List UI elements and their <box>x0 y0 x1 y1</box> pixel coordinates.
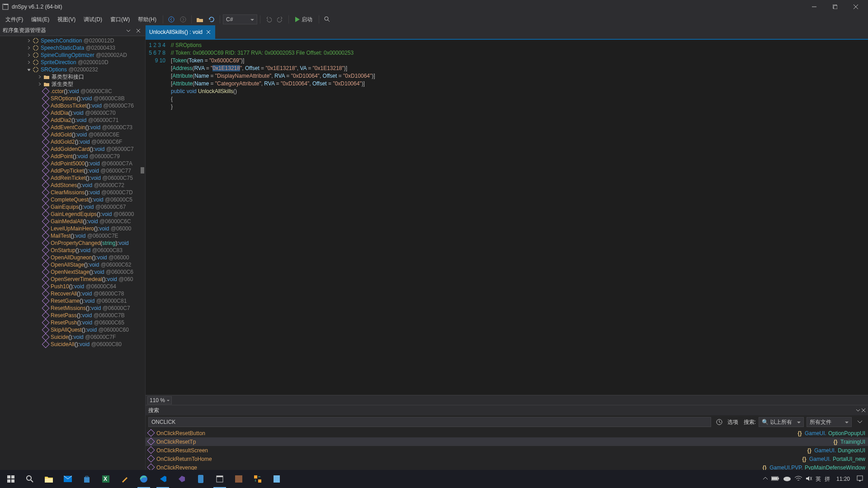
vs-icon[interactable] <box>173 470 191 488</box>
tree-method-item[interactable]: LevelUpMainHero() : void @06000 <box>0 225 145 232</box>
phone-icon[interactable] <box>192 470 210 488</box>
tree-method-item[interactable]: AddGold() : void @06000C6E <box>0 131 145 138</box>
tree-method-item[interactable]: OnPropertyChanged(string) : void <box>0 239 145 247</box>
open-icon[interactable] <box>195 14 205 24</box>
start-debug-button[interactable]: 启动 <box>292 14 316 24</box>
notes-icon[interactable] <box>268 470 286 488</box>
tree-class-item[interactable]: SpeechStaticData @02000433 <box>0 44 145 52</box>
menu-debug[interactable]: 调试(D) <box>80 15 106 24</box>
tree-method-item[interactable]: MailTest() : void @06000C7E <box>0 232 145 239</box>
undo-icon[interactable] <box>264 14 274 24</box>
menu-window[interactable]: 窗口(W) <box>107 15 133 24</box>
tree-method-item[interactable]: ResetPush() : void @06000C65 <box>0 319 145 326</box>
tree-method-item[interactable]: .cctor() : void @06000C8C <box>0 88 145 95</box>
tree-method-item[interactable]: CompleteQuest() : void @06000C5 <box>0 196 145 203</box>
language-combo[interactable]: C# <box>223 14 257 24</box>
panel-close-icon[interactable] <box>134 27 142 35</box>
tree-class-item[interactable]: SpineCullingOptimizer @020002AD <box>0 52 145 59</box>
tree-method-item[interactable]: AddPoint5000() : void @06000C7A <box>0 160 145 167</box>
tree-method-item[interactable]: SROptions() : void @06000C8B <box>0 95 145 102</box>
tree[interactable]: SpeechCondition @0200012D SpeechStaticDa… <box>0 36 145 482</box>
redo-icon[interactable] <box>275 14 285 24</box>
nav-back-icon[interactable] <box>166 14 176 24</box>
expand-icon[interactable] <box>26 45 32 51</box>
tree-method-item[interactable]: SkipAllQuest() : void @06000C60 <box>0 326 145 333</box>
tree-class-item[interactable]: SpriteDirection @0200010D <box>0 59 145 66</box>
reload-icon[interactable] <box>207 14 217 24</box>
battery-icon[interactable] <box>771 476 779 482</box>
tree-method-item[interactable]: OpenNextStage() : void @06000C6 <box>0 268 145 276</box>
menu-file[interactable]: 文件(F) <box>2 15 27 24</box>
tree-method-item[interactable]: AddBossTicket() : void @06000C76 <box>0 102 145 109</box>
tree-method-item[interactable]: GainMedalAll() : void @06000C6C <box>0 218 145 225</box>
tree-method-item[interactable]: AddPoint() : void @06000C79 <box>0 153 145 160</box>
tree-method-item[interactable]: OnStartup() : void @06000C83 <box>0 247 145 254</box>
tray-chevron-icon[interactable] <box>763 476 768 482</box>
search-scope-combo-1[interactable]: 🔍以上所有 <box>759 417 804 427</box>
editor-tab[interactable]: UnlockAllSkills() : void <box>146 25 215 39</box>
search-input[interactable] <box>148 417 711 427</box>
pen-icon[interactable] <box>116 470 134 488</box>
panel-dropdown-icon[interactable] <box>124 27 132 35</box>
expand-icon[interactable] <box>26 67 32 72</box>
tree-method-item[interactable]: GainLegendEquips() : void @06000 <box>0 211 145 218</box>
tree-method-item[interactable]: ResetGame() : void @06000C81 <box>0 297 145 305</box>
search-refresh-icon[interactable] <box>714 417 724 427</box>
ime-mode[interactable]: 拼 <box>825 475 830 483</box>
maximize-button[interactable] <box>825 0 845 14</box>
ime-lang[interactable]: 英 <box>816 475 821 483</box>
tree-method-item[interactable]: AddGoldenCard() : void @06000C7 <box>0 145 145 153</box>
tree-class-item[interactable]: SpeechCondition @0200012D <box>0 37 145 44</box>
search-scope-combo-2[interactable]: 所有文件 <box>807 417 852 427</box>
search-result-row[interactable]: OnClickResetButton {} GameUI.OptionPopup… <box>146 429 868 437</box>
menu-edit[interactable]: 编辑(E) <box>28 15 53 24</box>
expand-icon[interactable] <box>37 81 42 87</box>
tree-scrollbar[interactable] <box>140 36 145 482</box>
tree-folder-item[interactable]: 派生类型 <box>0 80 145 88</box>
tree-method-item[interactable]: AddPvpTicket() : void @06000C77 <box>0 167 145 174</box>
tree-method-item[interactable]: AddStones() : void @06000C72 <box>0 182 145 189</box>
nav-forward-icon[interactable] <box>178 14 188 24</box>
search-more-icon[interactable] <box>855 417 865 427</box>
search-panel-dropdown-icon[interactable] <box>856 407 860 413</box>
tree-method-item[interactable]: AddDia2() : void @06000C71 <box>0 117 145 124</box>
tab-close-icon[interactable] <box>205 29 212 35</box>
dnspy-taskbar-icon[interactable] <box>211 470 229 488</box>
notification-icon[interactable] <box>856 475 863 483</box>
mail-icon[interactable] <box>59 470 77 488</box>
volume-icon[interactable] <box>806 475 812 483</box>
expand-icon[interactable] <box>37 74 42 80</box>
minimize-button[interactable] <box>804 0 825 14</box>
vscode-icon[interactable] <box>154 470 172 488</box>
code-editor[interactable]: 1 2 3 4 5 6 7 8 9 10 // SROptions // Tok… <box>146 39 868 395</box>
search-result-row[interactable]: OnClickReturnToHome {} GameUI.PortalUI_n… <box>146 455 868 463</box>
onedrive-icon[interactable] <box>783 476 791 483</box>
tree-method-item[interactable]: Push10() : void @06000C64 <box>0 283 145 290</box>
tree-method-item[interactable]: ResetMissions() : void @06000C7 <box>0 305 145 312</box>
tree-method-item[interactable]: AddEventCoin() : void @06000C73 <box>0 124 145 131</box>
tree-method-item[interactable]: GainEquips() : void @06000C67 <box>0 203 145 211</box>
tree-method-item[interactable]: ResetPass() : void @06000C7B <box>0 312 145 319</box>
search-result-row[interactable]: OnClickResetTp {} TrainingUI <box>146 437 868 446</box>
tree-method-item[interactable]: SuicideAll() : void @06000C80 <box>0 341 145 348</box>
tree-class-item[interactable]: SROptions @02000232 <box>0 66 145 73</box>
search-panel-close-icon[interactable] <box>862 407 865 413</box>
menu-help[interactable]: 帮助(H) <box>134 15 160 24</box>
search-result-row[interactable]: OnClickResultScreen {} GameUI.DungeonUI <box>146 446 868 455</box>
app2-icon[interactable] <box>249 470 267 488</box>
tree-method-item[interactable]: AddGold2() : void @06000C6F <box>0 138 145 145</box>
taskbar-search-icon[interactable] <box>21 470 39 488</box>
store-icon[interactable] <box>78 470 96 488</box>
excel-icon[interactable]: X <box>97 470 115 488</box>
wifi-icon[interactable] <box>795 476 802 483</box>
tree-method-item[interactable]: AddReinTicket() : void @06000C75 <box>0 174 145 182</box>
edge-icon[interactable] <box>135 470 153 488</box>
zoom-combo[interactable]: 110 % <box>147 396 172 404</box>
tree-method-item[interactable]: ClearMissions() : void @06000C7D <box>0 189 145 196</box>
tree-method-item[interactable]: RecoverAll() : void @06000C78 <box>0 290 145 297</box>
expand-icon[interactable] <box>26 60 32 65</box>
menu-view[interactable]: 视图(V) <box>54 15 79 24</box>
tree-method-item[interactable]: OpenAllDugneon() : void @06000 <box>0 254 145 261</box>
search-icon[interactable] <box>322 14 332 24</box>
code-content[interactable]: // SROptions // Token: 0x06000C69 RID: 3… <box>171 40 868 395</box>
